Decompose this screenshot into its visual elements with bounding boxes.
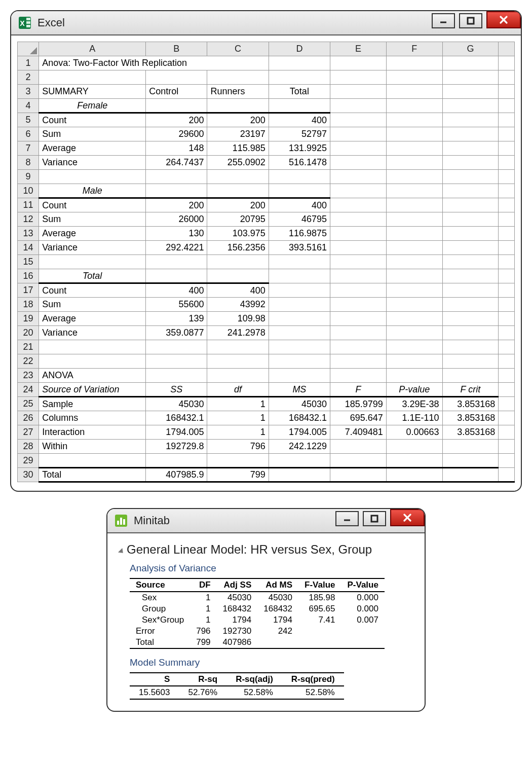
cell[interactable]: Columns bbox=[39, 411, 146, 425]
cell[interactable]: Source of Variation bbox=[39, 383, 146, 397]
row-header[interactable]: 11 bbox=[18, 198, 39, 212]
cell[interactable]: 695.647 bbox=[330, 411, 387, 425]
row[interactable]: 18 Sum 55600 43992 bbox=[18, 298, 515, 312]
cell[interactable]: SS bbox=[146, 383, 207, 397]
col-header[interactable]: A bbox=[39, 42, 146, 56]
spreadsheet-grid[interactable]: A B C D E F G 1 Anova: Two-Factor With R… bbox=[17, 42, 515, 483]
cell[interactable]: 148 bbox=[146, 141, 207, 156]
row[interactable]: 2 bbox=[18, 70, 515, 85]
cell[interactable]: 131.9925 bbox=[269, 141, 330, 156]
row-header[interactable]: 14 bbox=[18, 241, 39, 255]
cell[interactable]: Anova: Two-Factor With Replication bbox=[39, 56, 269, 70]
cell[interactable]: 185.9799 bbox=[330, 397, 387, 411]
row[interactable]: 16 Total bbox=[18, 269, 515, 283]
row[interactable]: 25 Sample 45030 1 45030 185.9799 3.29E-3… bbox=[18, 397, 515, 411]
cell[interactable]: 43992 bbox=[207, 298, 269, 312]
cell[interactable]: Sum bbox=[39, 212, 146, 227]
cell[interactable]: 168432.1 bbox=[269, 411, 330, 425]
cell[interactable] bbox=[386, 56, 442, 70]
cell[interactable]: 130 bbox=[146, 227, 207, 241]
col-header[interactable]: B bbox=[146, 42, 207, 56]
cell[interactable]: 242.1229 bbox=[269, 440, 330, 454]
cell[interactable]: 109.98 bbox=[207, 312, 269, 326]
row-header[interactable]: 27 bbox=[18, 425, 39, 440]
cell[interactable]: 796 bbox=[207, 440, 269, 454]
close-button[interactable] bbox=[486, 11, 521, 28]
col-header-extra[interactable] bbox=[499, 42, 515, 56]
cell[interactable]: Total bbox=[39, 269, 146, 283]
cell[interactable]: SUMMARY bbox=[39, 85, 146, 99]
cell[interactable]: 3.853168 bbox=[442, 397, 499, 411]
cell[interactable]: 1.1E-110 bbox=[386, 411, 442, 425]
cell[interactable]: 20795 bbox=[207, 212, 269, 227]
row-header[interactable]: 8 bbox=[18, 156, 39, 170]
cell[interactable]: 264.7437 bbox=[146, 156, 207, 170]
row[interactable]: 6 Sum 29600 23197 52797 bbox=[18, 127, 515, 141]
row-header[interactable]: 24 bbox=[18, 383, 39, 397]
row-header[interactable]: 5 bbox=[18, 113, 39, 127]
cell[interactable]: Within bbox=[39, 440, 146, 454]
cell[interactable]: 156.2356 bbox=[207, 241, 269, 255]
cell[interactable]: Sample bbox=[39, 397, 146, 411]
row[interactable]: 13 Average 130 103.975 116.9875 bbox=[18, 227, 515, 241]
row-header[interactable]: 15 bbox=[18, 255, 39, 269]
cell[interactable]: Count bbox=[39, 198, 146, 212]
cell[interactable]: df bbox=[207, 383, 269, 397]
cell[interactable]: Count bbox=[39, 283, 146, 298]
cell[interactable]: 255.0902 bbox=[207, 156, 269, 170]
cell[interactable]: F crit bbox=[442, 383, 499, 397]
row-header[interactable]: 21 bbox=[18, 340, 39, 354]
row-header[interactable]: 2 bbox=[18, 70, 39, 85]
row[interactable]: 27 Interaction 1794.005 1 1794.005 7.409… bbox=[18, 425, 515, 440]
collapse-triangle-icon[interactable] bbox=[118, 548, 125, 555]
cell[interactable]: 23197 bbox=[207, 127, 269, 141]
cell[interactable]: 139 bbox=[146, 312, 207, 326]
row-header[interactable]: 12 bbox=[18, 212, 39, 227]
cell[interactable]: 1794.005 bbox=[269, 425, 330, 440]
row[interactable]: 17 Count 400 400 bbox=[18, 283, 515, 298]
cell[interactable]: Total bbox=[269, 85, 330, 99]
cell[interactable] bbox=[442, 56, 499, 70]
cell[interactable]: 7.409481 bbox=[330, 425, 387, 440]
minimize-button[interactable] bbox=[335, 511, 359, 526]
row[interactable]: 10 Male bbox=[18, 184, 515, 198]
cell[interactable] bbox=[269, 56, 330, 70]
row-header[interactable]: 23 bbox=[18, 369, 39, 383]
row-header[interactable]: 29 bbox=[18, 454, 39, 468]
row-header[interactable]: 30 bbox=[18, 468, 39, 482]
cell[interactable]: 0.00663 bbox=[386, 425, 442, 440]
cell[interactable]: 103.975 bbox=[207, 227, 269, 241]
cell[interactable]: 45030 bbox=[269, 397, 330, 411]
cell[interactable]: Female bbox=[39, 99, 146, 113]
row[interactable]: 19 Average 139 109.98 bbox=[18, 312, 515, 326]
row[interactable]: 29 bbox=[18, 454, 515, 468]
row-header[interactable]: 26 bbox=[18, 411, 39, 425]
cell[interactable]: ANOVA bbox=[39, 369, 146, 383]
cell[interactable]: 26000 bbox=[146, 212, 207, 227]
cell[interactable]: Variance bbox=[39, 156, 146, 170]
cell[interactable] bbox=[330, 56, 387, 70]
row-header[interactable]: 25 bbox=[18, 397, 39, 411]
cell[interactable]: Variance bbox=[39, 241, 146, 255]
row-header[interactable]: 1 bbox=[18, 56, 39, 70]
cell[interactable]: 400 bbox=[269, 198, 330, 212]
cell[interactable]: 516.1478 bbox=[269, 156, 330, 170]
row[interactable]: 11 Count 200 200 400 bbox=[18, 198, 515, 212]
cell[interactable]: 400 bbox=[146, 283, 207, 298]
row-header[interactable]: 17 bbox=[18, 283, 39, 298]
cell[interactable]: Runners bbox=[207, 85, 269, 99]
cell[interactable]: 359.0877 bbox=[146, 326, 207, 340]
row-header[interactable]: 28 bbox=[18, 440, 39, 454]
row[interactable]: 26 Columns 168432.1 1 168432.1 695.647 1… bbox=[18, 411, 515, 425]
row-header[interactable]: 10 bbox=[18, 184, 39, 198]
cell[interactable]: 241.2978 bbox=[207, 326, 269, 340]
row[interactable]: 23 ANOVA bbox=[18, 369, 515, 383]
cell[interactable]: 400 bbox=[269, 113, 330, 127]
cell[interactable]: 1794.005 bbox=[146, 425, 207, 440]
cell[interactable]: 1 bbox=[207, 397, 269, 411]
row[interactable]: 5 Count 200 200 400 bbox=[18, 113, 515, 127]
row-header[interactable]: 18 bbox=[18, 298, 39, 312]
cell[interactable]: 3.853168 bbox=[442, 425, 499, 440]
row-header[interactable]: 6 bbox=[18, 127, 39, 141]
cell[interactable]: Control bbox=[146, 85, 207, 99]
